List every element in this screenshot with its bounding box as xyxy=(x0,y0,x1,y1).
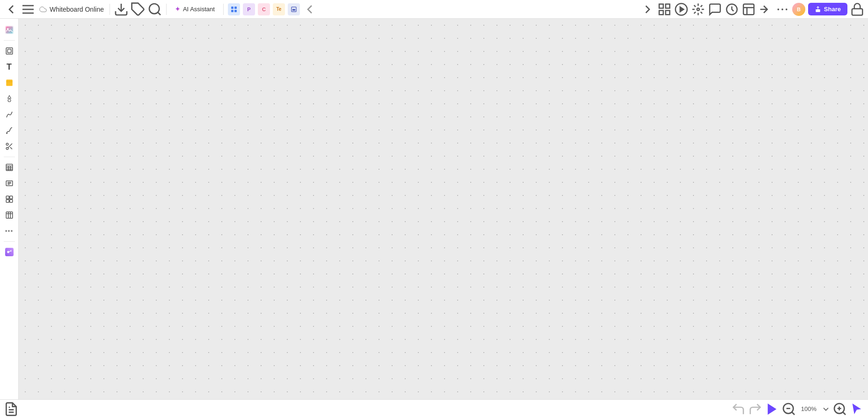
divider-2 xyxy=(166,4,167,15)
kanban-tool-button[interactable] xyxy=(2,208,17,223)
svg-line-26 xyxy=(694,12,696,14)
comments-button[interactable] xyxy=(708,2,722,16)
svg-rect-16 xyxy=(665,10,670,14)
redo-button[interactable] xyxy=(748,402,763,417)
topbar-right: B Share xyxy=(641,2,864,16)
sticky-note-button[interactable] xyxy=(2,75,17,90)
lock-button[interactable] xyxy=(850,2,864,16)
svg-line-79 xyxy=(843,412,846,415)
present-button[interactable] xyxy=(674,2,688,16)
zoom-out-button[interactable] xyxy=(781,402,796,417)
share-icon xyxy=(815,6,821,13)
shapes-tool-button[interactable] xyxy=(2,91,17,106)
svg-line-6 xyxy=(158,12,160,15)
play-button[interactable] xyxy=(765,402,780,417)
divider-1 xyxy=(109,4,110,15)
integrations-button[interactable] xyxy=(2,245,17,259)
svg-rect-13 xyxy=(659,4,664,8)
draw-tool-button[interactable] xyxy=(2,123,17,138)
svg-rect-41 xyxy=(6,48,13,54)
table-tool-button[interactable] xyxy=(2,160,17,175)
back-button[interactable] xyxy=(4,2,19,17)
template-s1[interactable] xyxy=(228,3,240,15)
pen-tool-button[interactable] xyxy=(2,107,17,122)
svg-line-49 xyxy=(10,147,12,149)
collapse-templates-button[interactable] xyxy=(302,2,317,17)
eraser-tool-button[interactable] xyxy=(2,139,17,154)
pen-icon xyxy=(5,110,14,119)
share-label: Share xyxy=(824,6,841,13)
more-icon: ••• xyxy=(5,227,14,235)
template-p[interactable]: P xyxy=(243,3,255,15)
sep-1 xyxy=(4,40,15,41)
cursor-icon xyxy=(849,402,864,417)
whiteboard-canvas[interactable] xyxy=(19,19,868,399)
svg-point-69 xyxy=(7,251,9,253)
share-button[interactable]: Share xyxy=(808,3,847,15)
zoom-out-icon xyxy=(781,402,796,417)
integrations-icon xyxy=(5,248,14,256)
cursor-tool-button[interactable] xyxy=(849,402,864,417)
ai-icon: ✦ xyxy=(175,6,180,13)
template-c[interactable]: C xyxy=(258,3,270,15)
shapes-icon xyxy=(5,94,14,103)
svg-point-5 xyxy=(149,4,159,14)
download-button[interactable] xyxy=(114,2,129,17)
template-te[interactable]: Te xyxy=(273,3,285,15)
gallery-icon xyxy=(5,26,14,34)
sep-3 xyxy=(4,241,15,242)
text-frame-icon xyxy=(5,179,14,187)
svg-point-70 xyxy=(10,250,11,252)
svg-rect-10 xyxy=(234,10,237,12)
svg-point-46 xyxy=(6,143,8,145)
svg-point-45 xyxy=(8,99,11,102)
add-element-button[interactable] xyxy=(657,2,671,16)
svg-rect-61 xyxy=(9,196,12,199)
expand-right-button[interactable] xyxy=(641,2,655,16)
tag-button[interactable] xyxy=(131,2,146,17)
left-toolbar: T xyxy=(0,19,19,418)
timer-button[interactable] xyxy=(725,2,739,16)
list-tool-button[interactable] xyxy=(2,192,17,207)
svg-line-27 xyxy=(700,5,702,7)
gallery-tool-button[interactable] xyxy=(2,22,17,37)
undo-button[interactable] xyxy=(731,402,746,417)
text-tool-button[interactable]: T xyxy=(2,59,17,74)
layout-button[interactable] xyxy=(742,2,756,16)
svg-point-40 xyxy=(7,28,8,29)
ai-assistant-button[interactable]: ✦ AI Assistant xyxy=(170,4,219,14)
app-title-area: Whiteboard Online xyxy=(39,6,104,13)
sep-2 xyxy=(4,157,15,157)
svg-point-19 xyxy=(697,8,699,10)
bottombar: 100% xyxy=(0,399,868,418)
draw-icon xyxy=(5,126,14,135)
confetti-button[interactable] xyxy=(691,2,705,16)
zoom-dropdown-button[interactable] xyxy=(821,402,831,417)
zoom-in-button[interactable] xyxy=(832,402,847,417)
user-avatar[interactable]: B xyxy=(792,3,805,16)
template-f[interactable] xyxy=(288,3,300,15)
eraser-icon xyxy=(5,142,14,151)
more-tools-button[interactable]: ••• xyxy=(2,223,17,238)
topbar: Whiteboard Online ✦ AI Assistant P C Te xyxy=(0,0,868,19)
zoom-in-icon xyxy=(832,402,847,417)
svg-line-23 xyxy=(700,12,702,14)
menu-button[interactable] xyxy=(21,2,36,17)
svg-rect-60 xyxy=(6,196,9,199)
svg-rect-7 xyxy=(231,7,233,9)
text-frame-button[interactable] xyxy=(2,176,17,191)
svg-rect-29 xyxy=(744,4,754,14)
chevron-down-icon xyxy=(821,404,831,414)
search-button[interactable] xyxy=(147,2,162,17)
frame-tool-button[interactable] xyxy=(2,43,17,58)
kanban-icon xyxy=(5,211,14,219)
svg-rect-64 xyxy=(6,212,13,218)
svg-marker-74 xyxy=(767,404,776,415)
zoom-level[interactable]: 100% xyxy=(798,404,819,413)
svg-rect-14 xyxy=(665,4,670,8)
more-options-button[interactable] xyxy=(775,2,789,16)
notes-icon xyxy=(4,402,19,417)
arrows-button[interactable] xyxy=(759,2,773,16)
svg-rect-15 xyxy=(659,10,664,14)
notes-button[interactable] xyxy=(4,402,19,417)
